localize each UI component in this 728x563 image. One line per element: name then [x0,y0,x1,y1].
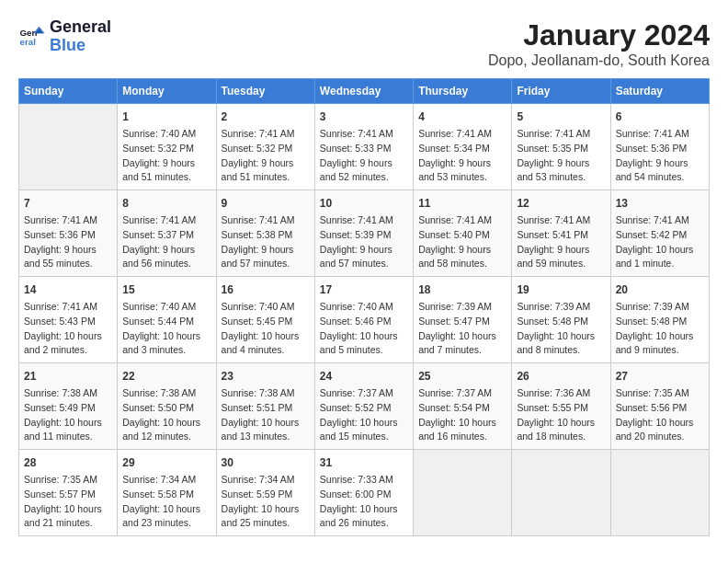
day-number: 8 [122,195,210,212]
day-cell: 28Sunrise: 7:35 AM Sunset: 5:57 PM Dayli… [19,450,118,536]
day-cell: 17Sunrise: 7:40 AM Sunset: 5:46 PM Dayli… [314,277,413,363]
day-info: Sunrise: 7:41 AM Sunset: 5:39 PM Dayligh… [320,213,408,271]
header-cell-tuesday: Tuesday [216,79,314,104]
day-number: 26 [517,368,605,385]
day-cell: 5Sunrise: 7:41 AM Sunset: 5:35 PM Daylig… [512,104,610,190]
week-row-4: 21Sunrise: 7:38 AM Sunset: 5:49 PM Dayli… [19,363,710,450]
day-number: 16 [222,282,310,298]
day-info: Sunrise: 7:37 AM Sunset: 5:52 PM Dayligh… [320,386,408,444]
day-number: 18 [418,282,506,298]
day-number: 12 [517,195,605,212]
day-cell: 1Sunrise: 7:40 AM Sunset: 5:32 PM Daylig… [118,104,216,190]
day-info: Sunrise: 7:39 AM Sunset: 5:48 PM Dayligh… [517,300,605,358]
header-cell-monday: Monday [118,79,216,104]
logo-icon: Gen eral [18,23,46,51]
day-number: 15 [122,282,210,298]
day-info: Sunrise: 7:41 AM Sunset: 5:34 PM Dayligh… [418,127,506,185]
day-info: Sunrise: 7:41 AM Sunset: 5:36 PM Dayligh… [24,213,112,271]
svg-text:eral: eral [20,37,37,47]
header-cell-thursday: Thursday [414,79,512,104]
day-cell: 10Sunrise: 7:41 AM Sunset: 5:39 PM Dayli… [314,190,413,277]
day-number: 14 [24,282,112,298]
day-cell [414,450,512,536]
day-number: 9 [222,195,310,212]
day-cell: 31Sunrise: 7:33 AM Sunset: 6:00 PM Dayli… [314,450,413,536]
day-info: Sunrise: 7:35 AM Sunset: 5:56 PM Dayligh… [616,386,704,444]
day-number: 28 [24,454,112,471]
day-cell: 8Sunrise: 7:41 AM Sunset: 5:37 PM Daylig… [118,190,216,277]
day-info: Sunrise: 7:33 AM Sunset: 6:00 PM Dayligh… [320,473,408,531]
day-number: 2 [222,109,310,125]
day-cell: 26Sunrise: 7:36 AM Sunset: 5:55 PM Dayli… [512,363,610,450]
calendar-header: SundayMondayTuesdayWednesdayThursdayFrid… [19,79,710,104]
week-row-2: 7Sunrise: 7:41 AM Sunset: 5:36 PM Daylig… [19,190,710,277]
calendar-subtitle: Dopo, Jeollanam-do, South Korea [488,52,710,69]
day-cell: 23Sunrise: 7:38 AM Sunset: 5:51 PM Dayli… [216,363,314,450]
day-cell: 3Sunrise: 7:41 AM Sunset: 5:33 PM Daylig… [314,104,413,190]
day-number: 1 [122,109,210,125]
day-number: 13 [616,195,704,212]
header-cell-wednesday: Wednesday [314,79,413,104]
day-number: 29 [122,454,210,471]
day-cell: 30Sunrise: 7:34 AM Sunset: 5:59 PM Dayli… [216,450,314,536]
day-cell: 24Sunrise: 7:37 AM Sunset: 5:52 PM Dayli… [314,363,413,450]
day-info: Sunrise: 7:36 AM Sunset: 5:55 PM Dayligh… [517,386,605,444]
day-info: Sunrise: 7:41 AM Sunset: 5:42 PM Dayligh… [616,213,704,271]
day-info: Sunrise: 7:41 AM Sunset: 5:33 PM Dayligh… [320,127,408,185]
day-info: Sunrise: 7:39 AM Sunset: 5:48 PM Dayligh… [616,300,704,358]
day-info: Sunrise: 7:40 AM Sunset: 5:44 PM Dayligh… [122,300,210,358]
day-number: 23 [222,368,310,385]
day-cell [512,450,610,536]
page-header: Gen eral General Blue January 2024 Dopo,… [18,18,710,69]
day-cell: 19Sunrise: 7:39 AM Sunset: 5:48 PM Dayli… [512,277,610,363]
day-info: Sunrise: 7:40 AM Sunset: 5:32 PM Dayligh… [122,127,210,185]
day-info: Sunrise: 7:41 AM Sunset: 5:36 PM Dayligh… [616,127,704,185]
day-cell: 14Sunrise: 7:41 AM Sunset: 5:43 PM Dayli… [19,277,118,363]
calendar-body: 1Sunrise: 7:40 AM Sunset: 5:32 PM Daylig… [19,104,710,536]
day-cell: 18Sunrise: 7:39 AM Sunset: 5:47 PM Dayli… [414,277,512,363]
title-block: January 2024 Dopo, Jeollanam-do, South K… [488,18,710,69]
day-number: 6 [616,109,704,125]
day-number: 10 [320,195,408,212]
day-cell: 11Sunrise: 7:41 AM Sunset: 5:40 PM Dayli… [414,190,512,277]
day-number: 20 [616,282,704,298]
day-number: 31 [320,454,408,471]
day-info: Sunrise: 7:41 AM Sunset: 5:37 PM Dayligh… [122,213,210,271]
day-number: 25 [418,368,506,385]
day-info: Sunrise: 7:37 AM Sunset: 5:54 PM Dayligh… [418,386,506,444]
day-info: Sunrise: 7:38 AM Sunset: 5:50 PM Dayligh… [122,386,210,444]
day-cell: 16Sunrise: 7:40 AM Sunset: 5:45 PM Dayli… [216,277,314,363]
day-cell: 25Sunrise: 7:37 AM Sunset: 5:54 PM Dayli… [414,363,512,450]
day-info: Sunrise: 7:40 AM Sunset: 5:46 PM Dayligh… [320,300,408,358]
day-number: 3 [320,109,408,125]
day-info: Sunrise: 7:41 AM Sunset: 5:38 PM Dayligh… [222,213,310,271]
week-row-5: 28Sunrise: 7:35 AM Sunset: 5:57 PM Dayli… [19,450,710,536]
calendar-title: January 2024 [488,18,710,52]
header-cell-friday: Friday [512,79,610,104]
day-cell: 20Sunrise: 7:39 AM Sunset: 5:48 PM Dayli… [610,277,709,363]
day-info: Sunrise: 7:38 AM Sunset: 5:49 PM Dayligh… [24,386,112,444]
day-info: Sunrise: 7:40 AM Sunset: 5:45 PM Dayligh… [222,300,310,358]
logo-text: General Blue [50,18,111,55]
day-number: 19 [517,282,605,298]
logo: Gen eral General Blue [18,18,111,55]
day-cell: 15Sunrise: 7:40 AM Sunset: 5:44 PM Dayli… [118,277,216,363]
day-number: 4 [418,109,506,125]
day-cell: 27Sunrise: 7:35 AM Sunset: 5:56 PM Dayli… [610,363,709,450]
day-number: 22 [122,368,210,385]
day-info: Sunrise: 7:41 AM Sunset: 5:41 PM Dayligh… [517,213,605,271]
day-number: 30 [222,454,310,471]
header-cell-sunday: Sunday [19,79,118,104]
day-cell: 4Sunrise: 7:41 AM Sunset: 5:34 PM Daylig… [414,104,512,190]
day-info: Sunrise: 7:41 AM Sunset: 5:43 PM Dayligh… [24,300,112,358]
day-number: 5 [517,109,605,125]
day-info: Sunrise: 7:38 AM Sunset: 5:51 PM Dayligh… [222,386,310,444]
day-cell: 7Sunrise: 7:41 AM Sunset: 5:36 PM Daylig… [19,190,118,277]
day-info: Sunrise: 7:41 AM Sunset: 5:40 PM Dayligh… [418,213,506,271]
day-cell: 29Sunrise: 7:34 AM Sunset: 5:58 PM Dayli… [118,450,216,536]
day-cell [610,450,709,536]
day-cell: 22Sunrise: 7:38 AM Sunset: 5:50 PM Dayli… [118,363,216,450]
day-info: Sunrise: 7:34 AM Sunset: 5:58 PM Dayligh… [122,473,210,531]
day-info: Sunrise: 7:39 AM Sunset: 5:47 PM Dayligh… [418,300,506,358]
day-cell: 2Sunrise: 7:41 AM Sunset: 5:32 PM Daylig… [216,104,314,190]
